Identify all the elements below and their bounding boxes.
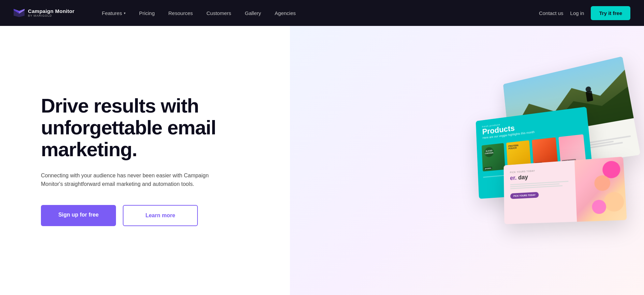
hero-subtitle: Connecting with your audience has never … [41, 171, 211, 189]
chevron-down-icon: ▾ [124, 11, 126, 15]
email-card-macarons: PICK YOURS TODAY er. day PICK YOURS TODA… [504, 157, 627, 224]
logo-icon [14, 9, 25, 17]
nav-features[interactable]: Features ▾ [95, 8, 132, 19]
email-card-stack: GROUNDED Your mountain is waiting! GET Y… [419, 58, 644, 263]
login-link[interactable]: Log in [570, 10, 584, 16]
logo-text: Campaign Monitor by MARIGOLD [28, 9, 74, 17]
logo-link[interactable]: Campaign Monitor by MARIGOLD [14, 9, 74, 17]
contact-link[interactable]: Contact us [539, 10, 564, 16]
hero-title: Drive results with unforgettable email m… [41, 95, 246, 160]
macaron-4 [592, 199, 607, 214]
hero-visual: GROUNDED Your mountain is waiting! GET Y… [419, 58, 644, 263]
signup-button[interactable]: Sign up for free [41, 205, 116, 226]
hero-content: Drive results with unforgettable email m… [41, 95, 246, 226]
macaron-2 [594, 175, 611, 191]
logo-main-text: Campaign Monitor [28, 9, 74, 14]
hero-buttons: Sign up for free Learn more [41, 205, 246, 226]
card3-cta: PICK YOURS TODAY [510, 192, 539, 199]
try-free-button[interactable]: Try it free [591, 6, 630, 20]
nav-resources[interactable]: Resources [162, 8, 200, 19]
nav-agencies[interactable]: Agencies [268, 8, 303, 19]
navbar: Campaign Monitor by MARIGOLD Features ▾ … [0, 0, 644, 26]
card3-left: PICK YOURS TODAY er. day PICK YOURS TODA… [504, 160, 577, 224]
card3-title-text: er. [510, 174, 517, 181]
learn-more-button[interactable]: Learn more [123, 205, 198, 226]
card3-text-lines [510, 181, 569, 189]
nav-gallery[interactable]: Gallery [238, 8, 268, 19]
hero-section: Drive results with unforgettable email m… [0, 26, 644, 295]
card3-right [574, 157, 627, 222]
nav-pricing[interactable]: Pricing [132, 8, 162, 19]
logo-sub-text: by MARIGOLD [28, 14, 74, 17]
nav-customers[interactable]: Customers [200, 8, 238, 19]
nav-right: Contact us Log in Try it free [539, 6, 630, 20]
nav-links: Features ▾ Pricing Resources Customers G… [95, 8, 539, 19]
product-1: SLICED CHICKEN protein [482, 143, 505, 171]
